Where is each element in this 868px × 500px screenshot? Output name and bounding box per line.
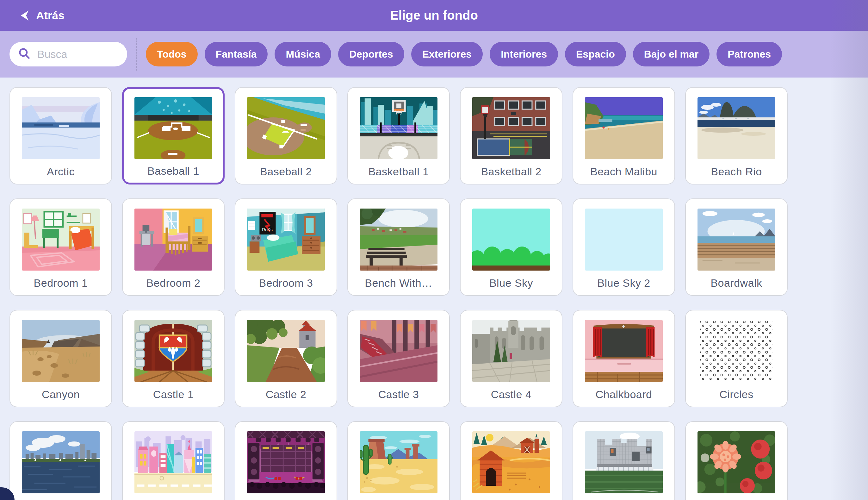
baseball-2-thumbnail [247,97,325,159]
backdrop-card-blue-sky-2[interactable]: Blue Sky 2 [572,198,675,296]
colorful-city-thumbnail [135,431,212,493]
backdrop-card-bench-with-view[interactable]: Bench With… [347,198,450,296]
city-with-water-thumbnail [22,431,100,493]
backdrop-card-bedroom-2[interactable]: Bedroom 2 [122,198,224,296]
category-list: TodosFantasíaMúsicaDeportesExterioresInt… [146,42,782,67]
desert-thumbnail [360,431,438,493]
basketball-2-thumbnail [472,97,550,159]
category-label: Fantasía [216,48,257,60]
backdrop-label: Circles [719,382,753,407]
boardwalk-thumbnail [697,208,775,271]
backdrop-label: Beach Malibu [590,159,657,184]
backdrop-label: Castle 3 [378,382,419,407]
backdrop-card-arctic[interactable]: Arctic [10,87,112,184]
backdrop-card-farm[interactable] [460,421,563,500]
backdrop-card-baseball-2[interactable]: Baseball 2 [235,87,337,184]
backdrop-label: Chalkboard [595,382,652,407]
search-icon [18,47,31,61]
category-label: Bajo el mar [644,48,699,60]
filter-divider [136,38,137,70]
category-label: Exteriores [422,48,472,60]
category-espacio[interactable]: Espacio [565,42,626,67]
category-interiores[interactable]: Interiores [490,42,558,67]
backdrop-card-castle-1[interactable]: Castle 1 [122,310,224,407]
concert-thumbnail [247,431,325,493]
flowers-thumbnail [697,431,775,493]
category-exteriores[interactable]: Exteriores [411,42,483,67]
backdrop-label: Canyon [42,382,80,407]
backdrop-card-basketball-2[interactable]: Basketball 2 [460,87,563,184]
farm-thumbnail [472,431,550,493]
category-label: Interiores [501,48,547,60]
category-música[interactable]: Música [275,42,331,67]
beach-malibu-thumbnail [585,97,663,159]
backdrop-card-beach-malibu[interactable]: Beach Malibu [572,87,675,184]
backdrop-card-concert[interactable] [235,421,337,500]
backdrop-card-baseball-1[interactable]: Baseball 1 [122,87,224,184]
backdrop-label: Castle 1 [153,382,194,407]
backdrop-label: Basketball 2 [481,159,541,184]
blue-sky-2-thumbnail [585,208,663,271]
bedroom-1-thumbnail [22,208,100,271]
backdrop-card-desert[interactable] [347,421,450,500]
canyon-thumbnail [22,320,100,382]
category-deportes[interactable]: Deportes [338,42,404,67]
svg-text:RoKs: RoKs [262,227,273,232]
blue-sky-thumbnail [472,208,550,271]
backdrop-label: Bedroom 3 [259,271,313,295]
bedroom-3-thumbnail: RoKs [247,208,325,271]
backdrop-card-city-with-water[interactable] [10,421,112,500]
castle-2-thumbnail [247,320,325,382]
category-todos[interactable]: Todos [146,42,198,67]
backdrop-card-basketball-1[interactable]: Basketball 1 [347,87,450,184]
backdrop-card-castle-2[interactable]: Castle 2 [235,310,337,407]
field-at-mit-thumbnail [585,431,663,493]
castle-1-thumbnail [135,320,212,382]
search-box [10,42,127,67]
backdrop-card-circles[interactable]: Circles [685,310,788,407]
backdrop-card-bedroom-1[interactable]: Bedroom 1 [10,198,112,296]
beach-rio-thumbnail [697,97,775,159]
backdrop-label: Castle 4 [491,382,532,407]
backdrop-card-bedroom-3[interactable]: RoKs Bedroom 3 [235,198,337,296]
backdrop-card-blue-sky[interactable]: Blue Sky [460,198,563,296]
category-label: Música [286,48,320,60]
backdrop-label: Boardwalk [710,271,762,295]
category-label: Todos [157,48,187,60]
back-button[interactable]: Atrás [18,9,64,22]
category-label: Patrones [728,48,771,60]
backdrop-label: Baseball 2 [260,159,312,184]
backdrop-label: Arctic [47,159,75,184]
category-label: Espacio [576,48,615,60]
backdrop-card-canyon[interactable]: Canyon [10,310,112,407]
back-button-label: Atrás [36,9,64,22]
castle-4-thumbnail [472,320,550,382]
category-patrones[interactable]: Patrones [717,42,782,67]
filter-bar: TodosFantasíaMúsicaDeportesExterioresInt… [0,31,868,78]
basketball-1-thumbnail [360,97,438,159]
baseball-1-thumbnail [135,97,212,159]
backdrop-card-colorful-city[interactable] [122,421,224,500]
search-input[interactable] [37,48,123,61]
backdrop-card-field-at-mit[interactable] [572,421,675,500]
circles-thumbnail [697,320,775,382]
backdrop-label: Bench With… [365,271,432,295]
category-label: Deportes [349,48,393,60]
backdrop-label: Bedroom 1 [34,271,88,295]
backdrop-label: Blue Sky [489,271,533,295]
backdrop-card-chalkboard[interactable]: Chalkboard [572,310,675,407]
backdrop-label: Beach Rio [711,159,762,184]
category-fantasía[interactable]: Fantasía [205,42,268,67]
backdrop-card-castle-4[interactable]: Castle 4 [460,310,563,407]
category-bajo-el-mar[interactable]: Bajo el mar [633,42,710,67]
backdrop-label: Bedroom 2 [147,271,200,295]
backdrop-card-beach-rio[interactable]: Beach Rio [685,87,788,184]
backdrop-grid: Arctic Baseball 1 Baseball 2 Basketball … [0,78,868,500]
backdrop-card-castle-3[interactable]: Castle 3 [347,310,450,407]
chalkboard-thumbnail [585,320,663,382]
castle-3-thumbnail [360,320,438,382]
backdrop-label: Castle 2 [266,382,306,407]
backdrop-label: Baseball 1 [147,159,199,183]
backdrop-card-flowers[interactable] [685,421,788,500]
backdrop-card-boardwalk[interactable]: Boardwalk [685,198,788,296]
